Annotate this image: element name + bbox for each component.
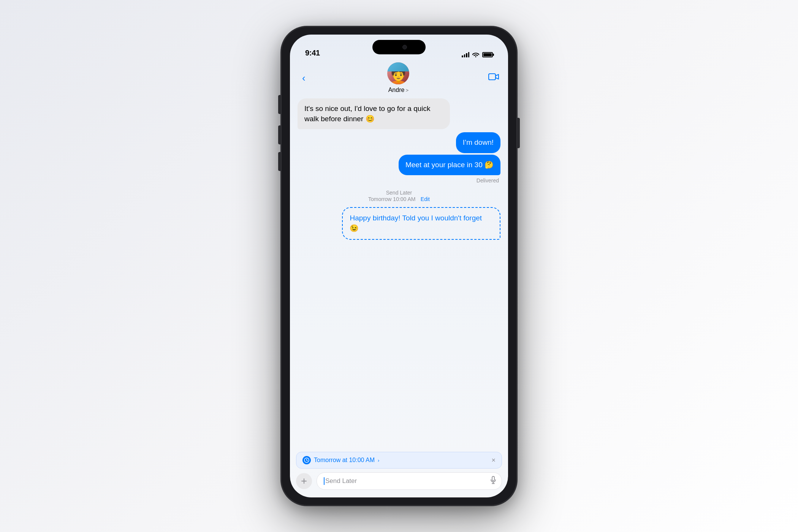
delivered-status: Delivered bbox=[477, 177, 500, 184]
scheduled-message-text: Happy birthday! Told you I wouldn't forg… bbox=[350, 214, 482, 232]
svg-rect-0 bbox=[489, 74, 496, 80]
schedule-pill-left: Tomorrow at 10:00 AM › bbox=[302, 456, 379, 464]
clock-icon bbox=[302, 456, 311, 464]
video-call-button[interactable] bbox=[488, 73, 499, 83]
schedule-close-button[interactable]: × bbox=[491, 456, 496, 464]
schedule-pill[interactable]: Tomorrow at 10:00 AM › × bbox=[296, 452, 502, 469]
message-text: Meet at your place in 30 🤔 bbox=[405, 161, 494, 169]
battery-icon bbox=[482, 52, 493, 57]
messages-area: It's so nice out, I'd love to go for a q… bbox=[290, 95, 508, 449]
phone-shell: 9:41 ‹ bbox=[281, 27, 517, 505]
signal-bars-icon bbox=[462, 52, 469, 57]
send-later-time: Tomorrow 10:00 AM bbox=[368, 196, 416, 202]
bottom-area: Tomorrow at 10:00 AM › × Send Later bbox=[290, 449, 508, 497]
scheduled-bubble: Happy birthday! Told you I wouldn't forg… bbox=[342, 207, 500, 239]
nav-center: 🧑‍🦱 Andre > bbox=[387, 62, 409, 93]
avatar: 🧑‍🦱 bbox=[387, 62, 409, 84]
add-attachment-button[interactable] bbox=[296, 473, 312, 489]
contact-chevron: > bbox=[405, 87, 408, 93]
sent-bubble-2: Meet at your place in 30 🤔 bbox=[399, 155, 500, 176]
dynamic-island bbox=[372, 40, 426, 54]
microphone-icon[interactable] bbox=[490, 476, 496, 486]
status-time: 9:41 bbox=[305, 49, 320, 57]
camera-dot bbox=[402, 45, 407, 49]
input-placeholder: Send Later bbox=[325, 477, 357, 485]
message-text: It's so nice out, I'd love to go for a q… bbox=[304, 104, 431, 123]
message-received: It's so nice out, I'd love to go for a q… bbox=[298, 98, 450, 129]
text-cursor bbox=[324, 477, 325, 485]
wifi-icon bbox=[472, 52, 479, 57]
send-later-edit-button[interactable]: Edit bbox=[421, 196, 430, 202]
scene: 9:41 ‹ bbox=[0, 0, 798, 532]
message-text: I’m down! bbox=[463, 138, 494, 146]
schedule-time-text: Tomorrow at 10:00 AM bbox=[314, 457, 375, 464]
contact-name[interactable]: Andre > bbox=[388, 87, 408, 93]
schedule-chevron-icon: › bbox=[378, 458, 379, 463]
sent-bubble-1: I’m down! bbox=[456, 132, 500, 153]
message-input[interactable]: Send Later bbox=[317, 472, 502, 490]
phone-screen: 9:41 ‹ bbox=[290, 35, 508, 497]
svg-rect-2 bbox=[492, 477, 494, 481]
nav-bar: ‹ 🧑‍🦱 Andre > bbox=[290, 61, 508, 95]
send-later-header: Send Later Tomorrow 10:00 AM Edit bbox=[298, 190, 500, 203]
send-later-title: Send Later bbox=[298, 190, 500, 196]
back-button[interactable]: ‹ bbox=[299, 69, 309, 87]
input-row: Send Later bbox=[296, 472, 502, 490]
status-icons bbox=[462, 52, 493, 57]
sent-message-group: I’m down! Meet at your place in 30 🤔 Del… bbox=[298, 132, 500, 184]
